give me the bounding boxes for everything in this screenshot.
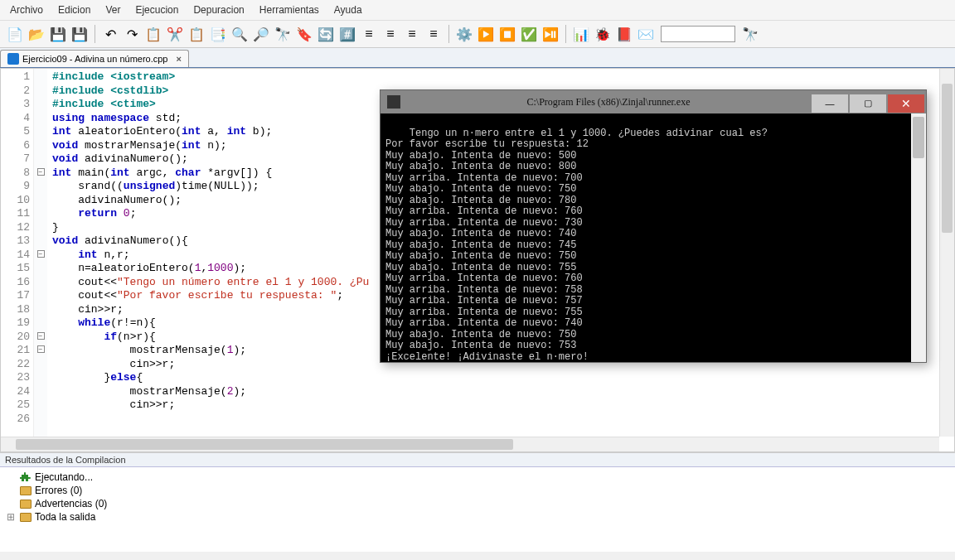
bookmark-icon[interactable]: 🔖	[294, 24, 314, 44]
search-input[interactable]	[661, 26, 735, 42]
help-icon[interactable]: 📕	[614, 24, 634, 44]
errors-label: Errores (0)	[35, 485, 82, 496]
app-icon	[387, 95, 400, 109]
menu-bar: ArchivoEdicionVerEjecucionDepuracionHerr…	[0, 0, 955, 21]
stop-icon[interactable]: ⏹️	[497, 24, 517, 44]
menu-herramientas[interactable]: Herramientas	[253, 2, 326, 18]
minimize-button[interactable]: —	[812, 94, 848, 113]
comment-icon[interactable]: ≡	[402, 24, 422, 44]
save-all-icon[interactable]: 💾	[70, 24, 90, 44]
menu-ayuda[interactable]: Ayuda	[327, 2, 369, 18]
run-icon[interactable]: ▶️	[476, 24, 496, 44]
scrollbar-thumb[interactable]	[913, 117, 924, 158]
tree-row-errors[interactable]: Errores (0)	[5, 484, 950, 497]
indent-icon[interactable]: ≡	[359, 24, 379, 44]
debug-icon[interactable]: ✅	[519, 24, 539, 44]
line-number-gutter: 1234567891011121314151617181920212223242…	[1, 69, 34, 451]
uncomment-icon[interactable]: ≡	[424, 24, 444, 44]
copy-icon[interactable]: 📋	[143, 24, 163, 44]
tree-row-running[interactable]: Ejecutando...	[5, 471, 950, 484]
goto-icon[interactable]: 🔭	[273, 24, 293, 44]
scrollbar-thumb[interactable]	[942, 84, 953, 233]
redo-icon[interactable]: ↷	[122, 24, 142, 44]
new-file-icon[interactable]: 📄	[5, 24, 25, 44]
horizontal-scrollbar[interactable]	[1, 437, 939, 451]
separator	[448, 25, 449, 43]
close-tab-icon[interactable]: ×	[176, 54, 181, 64]
compile-icon[interactable]: ⚙️	[454, 24, 474, 44]
file-tab[interactable]: Ejercicio09 - Adivina un número.cpp ×	[0, 50, 189, 67]
menu-edicion[interactable]: Edicion	[51, 2, 97, 18]
bug-icon[interactable]: 🐞	[593, 24, 613, 44]
hash-icon[interactable]: #️⃣	[337, 24, 357, 44]
open-file-icon[interactable]: 📂	[27, 24, 46, 44]
separator	[565, 25, 566, 43]
console-window[interactable]: C:\Program Files (x86)\Zinjal\runner.exe…	[380, 89, 927, 363]
paste-icon[interactable]: 📋	[187, 24, 206, 44]
save-icon[interactable]: 💾	[48, 24, 68, 44]
mail-icon[interactable]: ✉️	[636, 24, 656, 44]
scrollbar-thumb[interactable]	[16, 439, 513, 450]
tab-title: Ejercicio09 - Adivina un número.cpp	[22, 54, 167, 64]
compilation-results-panel: Resultados de la Compilacion Ejecutando.…	[0, 452, 955, 552]
menu-ver[interactable]: Ver	[99, 2, 127, 18]
running-label: Ejecutando...	[35, 471, 93, 483]
tree-twisty[interactable]: ⊞	[5, 511, 17, 523]
vertical-scrollbar[interactable]	[939, 69, 954, 437]
step-icon[interactable]: ⏯️	[541, 24, 560, 44]
refresh-icon[interactable]: 🔄	[316, 24, 336, 44]
toolbar: 📄📂💾💾↶↷📋✂️📋📑🔍🔎🔭🔖🔄#️⃣≡≡≡≡⚙️▶️⏹️✅⏯️📊🐞📕✉️🔭	[0, 21, 955, 48]
close-button[interactable]: ✕	[888, 94, 924, 113]
tab-bar: Ejercicio09 - Adivina un número.cpp ×	[0, 48, 955, 68]
console-output[interactable]: Tengo un n·mero entre el 1 y 1000. ¿Pued…	[381, 113, 926, 362]
results-tree[interactable]: Ejecutando... Errores (0) Advertencias (…	[0, 467, 955, 527]
separator	[95, 25, 95, 43]
puzzle-icon	[20, 471, 32, 483]
console-scrollbar[interactable]	[911, 113, 926, 362]
menu-ejecucion[interactable]: Ejecucion	[128, 2, 185, 18]
watch-icon[interactable]: 📊	[571, 24, 591, 44]
menu-archivo[interactable]: Archivo	[3, 2, 50, 18]
tree-row-all-output[interactable]: ⊞ Toda la salida	[5, 510, 950, 524]
folder-icon	[20, 513, 32, 522]
select-icon[interactable]: 📑	[208, 24, 228, 44]
folder-icon	[20, 500, 32, 509]
tree-row-warnings[interactable]: Advertencias (0)	[5, 497, 950, 510]
panel-title: Resultados de la Compilacion	[0, 453, 955, 467]
binoculars-icon[interactable]: 🔭	[740, 24, 760, 44]
cut-icon[interactable]: ✂️	[165, 24, 185, 44]
maximize-button[interactable]: ▢	[850, 94, 886, 113]
warnings-label: Advertencias (0)	[35, 498, 107, 509]
undo-icon[interactable]: ↶	[100, 24, 120, 44]
fold-column[interactable]: − − −−	[34, 69, 47, 451]
all-output-label: Toda la salida	[35, 511, 95, 523]
folder-icon	[20, 486, 32, 495]
find-icon[interactable]: 🔍	[230, 24, 250, 44]
replace-icon[interactable]: 🔎	[251, 24, 271, 44]
console-title-text: C:\Program Files (x86)\Zinjal\runner.exe	[405, 96, 812, 109]
console-titlebar[interactable]: C:\Program Files (x86)\Zinjal\runner.exe…	[381, 90, 926, 113]
outdent-icon[interactable]: ≡	[381, 24, 400, 44]
menu-depuracion[interactable]: Depuracion	[187, 2, 250, 18]
cpp-file-icon	[7, 53, 19, 65]
console-text: Tengo un n·mero entre el 1 y 1000. ¿Pued…	[385, 128, 768, 363]
